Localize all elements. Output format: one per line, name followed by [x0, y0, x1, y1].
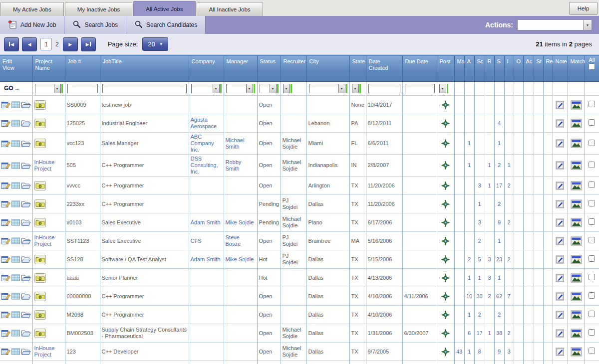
filter-manager-input[interactable]: [226, 84, 246, 93]
column-header-state[interactable]: State: [349, 55, 366, 82]
filter-project-dropdown-button[interactable]: ▼: [54, 84, 61, 93]
column-header-r[interactable]: R: [485, 55, 494, 82]
spreadsheet-icon[interactable]: [11, 255, 20, 263]
project-folder-icon[interactable]: p: [34, 273, 46, 283]
post-icon[interactable]: [441, 139, 450, 148]
current-page-indicator[interactable]: 1: [40, 38, 52, 50]
filter-status-dropdown-button[interactable]: ▼: [270, 84, 277, 93]
edit-icon[interactable]: [1, 101, 11, 109]
filter-due_date-input[interactable]: [405, 84, 435, 93]
column-header-s[interactable]: S: [494, 55, 504, 82]
post-icon[interactable]: [441, 274, 450, 282]
note-icon[interactable]: [556, 218, 565, 227]
edit-icon[interactable]: [1, 182, 11, 189]
project-folder-icon[interactable]: p: [34, 139, 46, 148]
spreadsheet-icon[interactable]: [11, 311, 20, 319]
project-folder-icon[interactable]: p: [34, 218, 46, 227]
row-select-checkbox[interactable]: [589, 200, 595, 206]
project-folder-icon[interactable]: p: [34, 310, 46, 320]
row-select-checkbox[interactable]: [589, 292, 595, 299]
row-select-checkbox[interactable]: [589, 182, 595, 188]
edit-icon[interactable]: [1, 119, 11, 127]
tab-my-active-jobs[interactable]: My Active Jobs: [0, 2, 64, 16]
row-select-checkbox[interactable]: [589, 255, 595, 262]
column-header-a[interactable]: A: [464, 55, 474, 82]
filter-date_created-input[interactable]: [368, 84, 400, 93]
filter-title-input[interactable]: [102, 84, 187, 93]
last-page-button[interactable]: ▶: [81, 37, 96, 51]
post-icon[interactable]: [441, 182, 450, 190]
row-select-checkbox[interactable]: [589, 311, 595, 317]
note-icon[interactable]: [556, 311, 565, 319]
page-size-dropdown[interactable]: 20 ▼: [142, 37, 168, 51]
column-header-post[interactable]: Post: [437, 55, 454, 82]
row-select-checkbox[interactable]: [589, 119, 595, 126]
column-header-date_created[interactable]: Date Created: [366, 55, 402, 82]
spreadsheet-icon[interactable]: [11, 237, 20, 245]
edit-icon[interactable]: [1, 292, 11, 300]
column-header-project[interactable]: Project Name: [32, 55, 65, 82]
tab-all-active-jobs[interactable]: All Active Jobs: [133, 1, 195, 16]
match-icon[interactable]: [571, 273, 582, 283]
filter-state-dropdown-button[interactable]: ▼: [352, 84, 359, 93]
column-header-i[interactable]: I: [504, 55, 514, 82]
filter-recruiter-dropdown-button[interactable]: ▼: [283, 84, 290, 93]
column-header-o[interactable]: O: [514, 55, 523, 82]
filter-status-input[interactable]: [260, 84, 270, 93]
search-candidates-button[interactable]: Search Candidates: [126, 16, 206, 34]
note-icon[interactable]: [556, 119, 565, 128]
column-header-status[interactable]: Status: [257, 55, 281, 82]
tab-all-inactive-jobs[interactable]: All Inactive Jobs: [197, 2, 263, 16]
edit-icon[interactable]: [1, 255, 11, 263]
note-icon[interactable]: [556, 348, 565, 356]
search-jobs-button[interactable]: Search Jobs: [64, 16, 126, 34]
column-header-ac[interactable]: Ac: [523, 55, 534, 82]
edit-icon[interactable]: [1, 348, 11, 356]
row-select-checkbox[interactable]: [589, 162, 595, 168]
edit-icon[interactable]: [1, 274, 11, 282]
column-header-st[interactable]: St: [534, 55, 543, 82]
match-icon[interactable]: [571, 255, 582, 264]
filter-project-input[interactable]: [35, 84, 54, 93]
note-icon[interactable]: [556, 255, 565, 264]
column-header-edit[interactable]: Edit View: [0, 55, 32, 82]
match-icon[interactable]: [571, 218, 582, 227]
edit-icon[interactable]: [1, 162, 11, 170]
open-folder-icon[interactable]: [21, 200, 31, 208]
note-icon[interactable]: [556, 139, 565, 148]
spreadsheet-icon[interactable]: [11, 274, 20, 282]
column-header-note[interactable]: Note: [553, 55, 568, 82]
column-header-re[interactable]: Re: [543, 55, 553, 82]
spreadsheet-icon[interactable]: [11, 101, 20, 109]
filter-company-input[interactable]: [191, 84, 213, 93]
match-icon[interactable]: [571, 329, 582, 338]
match-icon[interactable]: [571, 161, 582, 170]
post-icon[interactable]: [441, 329, 450, 338]
post-icon[interactable]: [441, 200, 450, 208]
row-select-checkbox[interactable]: [589, 101, 595, 107]
match-icon[interactable]: [571, 347, 582, 357]
row-select-checkbox[interactable]: [589, 329, 595, 336]
post-icon[interactable]: [441, 348, 450, 356]
column-header-job_num[interactable]: Job #: [65, 55, 100, 82]
column-header-company[interactable]: Company: [189, 55, 224, 82]
open-folder-icon[interactable]: [21, 348, 31, 356]
next-page-button[interactable]: ▶: [63, 37, 78, 51]
spreadsheet-icon[interactable]: [11, 348, 20, 356]
select-all-checkbox[interactable]: [589, 63, 595, 70]
open-folder-icon[interactable]: [21, 292, 31, 300]
open-folder-icon[interactable]: [21, 101, 31, 109]
filter-city-input[interactable]: [309, 84, 338, 93]
column-header-city[interactable]: City: [306, 55, 349, 82]
note-icon[interactable]: [556, 237, 565, 245]
previous-page-button[interactable]: ◀: [22, 37, 37, 51]
open-folder-icon[interactable]: [21, 274, 31, 282]
spreadsheet-icon[interactable]: [11, 119, 20, 127]
post-icon[interactable]: [441, 119, 450, 128]
spreadsheet-icon[interactable]: [11, 218, 20, 226]
filter-job_num-input[interactable]: [67, 84, 98, 93]
post-icon[interactable]: [441, 218, 450, 227]
open-folder-icon[interactable]: [21, 329, 31, 337]
note-icon[interactable]: [556, 274, 565, 282]
edit-icon[interactable]: [1, 311, 11, 319]
